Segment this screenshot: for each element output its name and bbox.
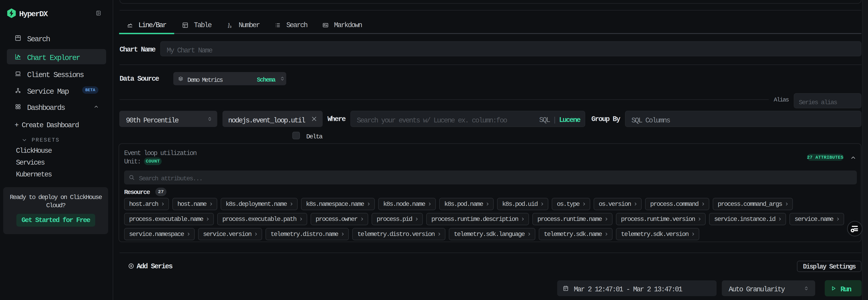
svg-text:3: 3 (230, 25, 231, 28)
svg-text:2: 2 (228, 25, 229, 28)
